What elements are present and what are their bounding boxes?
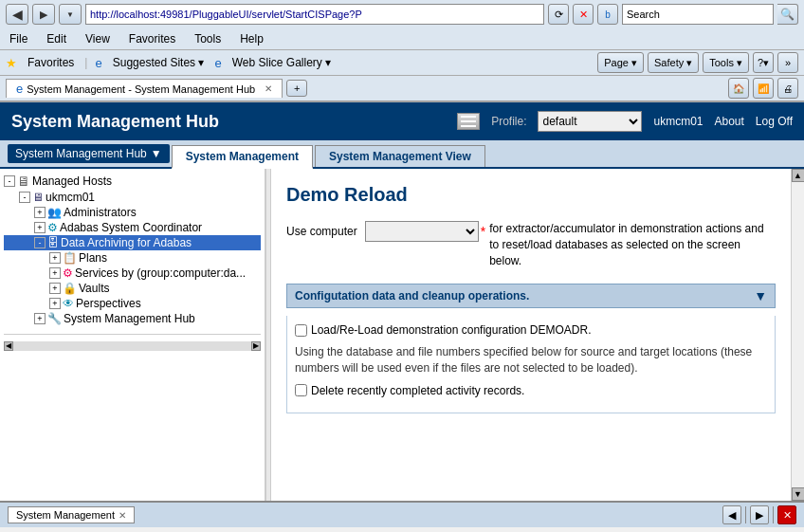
sidebar-item-adabas-coordinator[interactable]: + ⚙ Adabas System Coordinator	[4, 220, 261, 235]
tree-label: Perspectives	[76, 297, 141, 310]
sidebar-item-perspectives[interactable]: + 👁 Perspectives	[4, 296, 261, 311]
back-button[interactable]: ◀	[6, 4, 28, 25]
favorites-link[interactable]: Favorites	[25, 55, 77, 70]
sidebar-item-plans[interactable]: + 📋 Plans	[4, 250, 261, 266]
page-tab-label: System Management - System Management Hu…	[27, 83, 255, 95]
bottom-nav: ◀ ▶ ✕	[722, 505, 796, 524]
profile-select[interactable]: default	[538, 111, 642, 132]
sidebar: - 🖥 Managed Hosts - 🖥 ukmcm01 + 👥 Admini…	[0, 169, 265, 501]
sidebar-item-managed-hosts[interactable]: - 🖥 Managed Hosts	[4, 173, 261, 190]
sidebar-item-ukmcm01[interactable]: - 🖥 ukmcm01	[4, 190, 261, 205]
help-button[interactable]: ?▾	[753, 52, 774, 73]
suggested-sites-link[interactable]: Suggested Sites ▾	[110, 55, 208, 70]
section-collapse-icon[interactable]: ▼	[754, 288, 767, 303]
required-mark: *	[481, 224, 485, 239]
favorites-bar: ★ Favorites | e Suggested Sites ▾ e Web …	[0, 50, 804, 76]
expand-icon-coord[interactable]: +	[34, 222, 46, 233]
app-menu-icon[interactable]	[457, 113, 480, 130]
sidebar-item-vaults[interactable]: + 🔒 Vaults	[4, 281, 261, 296]
web-slice-icon: e	[214, 56, 221, 70]
right-scrollbar[interactable]: ▲ ▼	[791, 169, 804, 501]
dropdown-button[interactable]: ▼	[59, 4, 82, 25]
expand-icon-archive[interactable]: -	[34, 237, 46, 248]
home-icon[interactable]: 🏠	[728, 78, 749, 99]
expand-icon[interactable]: -	[4, 175, 15, 187]
tree-label: Services by (group:computer:da...	[75, 266, 246, 280]
tab-system-management-view[interactable]: System Management View	[315, 145, 485, 167]
more-button[interactable]: »	[777, 52, 798, 73]
sidebar-item-data-archiving[interactable]: - 🗄 Data Archiving for Adabas	[4, 235, 261, 250]
scroll-down-button[interactable]: ▼	[792, 487, 805, 501]
nav-toolbar: ◀ ▶ ▼ ⟳ ✕ b 🔍	[0, 0, 804, 28]
menu-bar: File Edit View Favorites Tools Help	[0, 28, 804, 50]
bottom-close-button[interactable]: ✕	[777, 505, 796, 524]
tools-dropdown-button[interactable]: Tools ▾	[703, 52, 749, 73]
tab-close-icon[interactable]: ✕	[265, 83, 272, 94]
use-computer-select[interactable]	[365, 221, 479, 242]
server-icon: 🖥	[32, 191, 44, 204]
tree-label: Plans	[79, 251, 107, 265]
tools-menu[interactable]: Tools	[191, 30, 225, 47]
sidebar-item-smh[interactable]: + 🔧 System Management Hub	[4, 311, 261, 326]
print-icon[interactable]: 🖨	[777, 78, 798, 99]
sidebar-item-services[interactable]: + ⚙ Services by (group:computer:da...	[4, 266, 261, 281]
tab-system-management[interactable]: System Management	[172, 145, 313, 169]
use-computer-label: Use computer	[286, 221, 357, 242]
section-content-config: Load/Re-Load demonstration configuration…	[286, 316, 776, 413]
search-button[interactable]: 🔍	[777, 4, 798, 25]
favorites-menu[interactable]: Favorites	[125, 30, 179, 47]
rss-icon[interactable]: 📶	[753, 78, 774, 99]
expand-icon-ukmcm01[interactable]: -	[19, 192, 30, 203]
sidebar-scroll-left[interactable]: ◀	[4, 341, 13, 351]
bottom-tab[interactable]: System Management ✕	[8, 506, 135, 523]
page-tab[interactable]: e System Management - System Management …	[6, 79, 283, 98]
expand-icon-services[interactable]: +	[49, 267, 61, 279]
section-header-config[interactable]: Configutation data and cleanup operation…	[286, 284, 776, 308]
web-slice-link[interactable]: Web Slice Gallery ▾	[229, 55, 334, 70]
expand-icon-admins[interactable]: +	[34, 207, 46, 218]
bottom-tab-close-icon[interactable]: ✕	[119, 510, 126, 521]
sidebar-scroll-right[interactable]: ▶	[251, 341, 261, 351]
description-text: Using the database and file numbers spec…	[295, 344, 767, 376]
edit-menu[interactable]: Edit	[43, 30, 70, 47]
forward-button[interactable]: ▶	[32, 4, 55, 25]
tree-label: ukmcm01	[46, 191, 95, 204]
load-reload-row: Load/Re-Load demonstration configuration…	[295, 323, 767, 337]
username-label: ukmcm01	[653, 115, 703, 128]
file-menu[interactable]: File	[6, 30, 31, 47]
about-link[interactable]: About	[715, 115, 744, 128]
stop-icon[interactable]: ✕	[573, 4, 594, 25]
hub-button[interactable]: System Management Hub ▼	[8, 144, 170, 163]
help-menu[interactable]: Help	[236, 30, 267, 47]
archive-icon: 🗄	[47, 236, 59, 249]
refresh-icon[interactable]: ⟳	[548, 4, 569, 25]
expand-icon-smh[interactable]: +	[34, 313, 46, 324]
search-input[interactable]	[622, 4, 774, 25]
page-button[interactable]: Page ▾	[597, 52, 644, 73]
suggested-sites-icon: e	[95, 56, 101, 70]
use-computer-row: Use computer * for extractor/accumulator…	[286, 221, 776, 268]
bottom-nav-prev[interactable]: ◀	[722, 505, 741, 524]
address-bar[interactable]	[85, 4, 544, 25]
delete-records-row: Delete recently completed activity recor…	[295, 384, 767, 397]
logoff-link[interactable]: Log Off	[756, 115, 793, 128]
expand-icon-plans[interactable]: +	[49, 252, 61, 264]
sidebar-item-administrators[interactable]: + 👥 Administrators	[4, 205, 261, 220]
hub-dropdown-icon: ▼	[151, 147, 162, 160]
expand-icon-vaults[interactable]: +	[49, 283, 61, 294]
page-title: Demo Reload	[286, 184, 776, 206]
nav-tabs: System Management Hub ▼ System Managemen…	[0, 140, 804, 169]
load-reload-checkbox[interactable]	[295, 324, 307, 337]
load-reload-label: Load/Re-Load demonstration configuration…	[311, 323, 592, 337]
vaults-icon: 🔒	[63, 282, 77, 295]
expand-icon-perspectives[interactable]: +	[49, 298, 61, 309]
bottom-tab-label: System Management	[16, 509, 115, 521]
view-menu[interactable]: View	[82, 30, 114, 47]
new-tab-button[interactable]: +	[286, 80, 307, 97]
bottom-nav-next[interactable]: ▶	[750, 505, 769, 524]
scroll-up-button[interactable]: ▲	[792, 169, 805, 182]
page-tab-icon: e	[16, 82, 23, 96]
hub-button-label: System Management Hub	[15, 147, 147, 160]
safety-button[interactable]: Safety ▾	[648, 52, 699, 73]
delete-records-checkbox[interactable]	[295, 384, 307, 396]
